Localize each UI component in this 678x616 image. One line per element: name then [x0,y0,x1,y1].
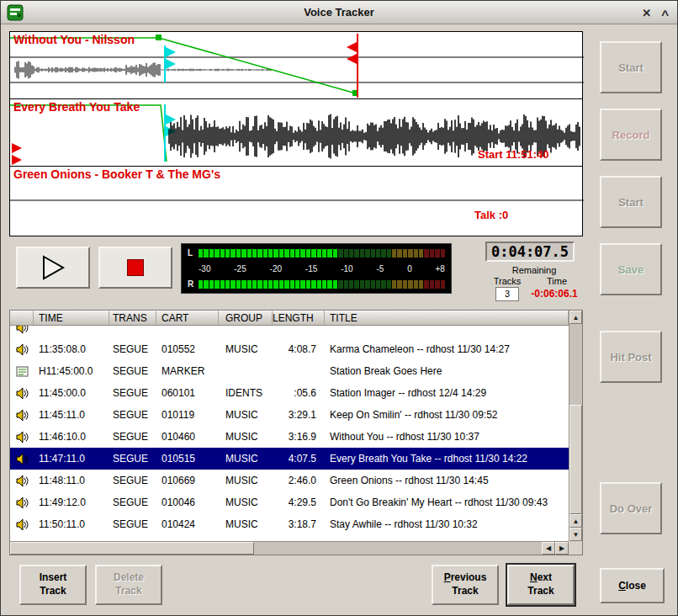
cell-length: 2:46.0 [273,475,325,486]
record-button[interactable]: Record [600,109,662,161]
segue-marker-icon[interactable] [166,47,176,57]
previous-track-button[interactable]: Previous Track [432,565,499,605]
track-pane-1[interactable]: Without You - Nilsson [10,32,582,99]
cell-time: 11:35:08.0 [34,343,109,355]
end-marker-icon[interactable] [347,42,357,52]
cell-time: 11:45:00.0 [34,387,109,399]
cell-group: MUSIC [219,518,273,530]
segue-marker-icon[interactable] [166,59,176,69]
column-header-title[interactable]: TITLE [325,311,569,325]
start-marker-icon[interactable] [12,143,22,153]
speaker-icon [10,497,34,509]
start-marker-icon[interactable] [12,155,22,165]
end-marker-icon[interactable] [347,54,357,64]
cell-title: Every Breath You Take -- rdhost 11/30 14… [325,453,569,465]
speaker-icon [10,343,34,356]
cell-title: Station Imager -- rdhost 12/4 14:29 [325,387,569,399]
cell-group: MUSIC [219,343,273,355]
titlebar: Voice Tracker ✕ ^ [1,1,677,24]
cell-time: 11:45:11.0 [34,409,109,421]
log-row[interactable]: 11:48:11.0SEGUE010669MUSIC2:46.0Green On… [10,470,569,491]
cell-group: MUSIC [219,453,273,465]
track-pane-2[interactable]: Every Breath You Take Start 11:51:40 [10,99,582,167]
cell-cart: 010119 [156,409,219,421]
next-track-button[interactable]: Next Track [507,565,575,605]
horizontal-scrollbar[interactable]: ◀ ▶ [10,541,569,555]
cell-trans: SEGUE [109,518,156,530]
start-button-2[interactable]: Start [600,176,662,228]
column-header-group[interactable]: GROUP [219,311,273,325]
speaker-icon [10,326,34,334]
close-icon[interactable]: ✕ [642,8,651,19]
app-icon [7,4,24,21]
cell-title: Green Onions -- rdhost 11/30 14:45 [325,475,569,486]
log-row[interactable]: 11:35:08.0SEGUE010552MUSIC4:08.7Karma Ch… [10,338,569,360]
cell-cart: 010552 [156,343,219,355]
right-meter-segments [199,280,445,289]
log-row[interactable] [10,326,569,338]
track-pane-3[interactable]: Green Onions - Booker T & The MG's Talk … [10,167,582,234]
close-button[interactable]: Close [600,568,665,603]
cell-trans: SEGUE [109,475,156,486]
scroll-up-button[interactable]: ▲ [569,311,582,324]
cell-trans: SEGUE [109,497,156,508]
horizontal-scroll-thumb[interactable] [10,542,254,555]
cell-cart: 010515 [156,453,219,465]
log-row[interactable]: 11:50:11.0SEGUE010424MUSIC3:18.7Stay Awh… [10,513,569,535]
remaining-time-label: Time [532,276,581,286]
vertical-scrollbar[interactable]: ▲ ▲ ▼ [569,311,582,541]
log-list: TIMETRANSCARTGROUPLENGTHTITLE 11:35:08.0… [9,310,583,555]
scroll-right-button[interactable]: ▶ [555,542,569,555]
remaining-heading: Remaining [485,265,583,275]
cell-group: IDENTS [219,387,273,399]
log-row[interactable]: 11:46:10.0SEGUE010460MUSIC3:16.9Without … [10,426,569,448]
log-row[interactable]: H11:45:00.0SEGUEMARKERStation Break Goes… [10,360,569,382]
hit-post-button[interactable]: Hit Post [600,331,662,383]
start-button-1[interactable]: Start [600,41,662,93]
track3-title: Green Onions - Booker T & The MG's [13,167,220,181]
column-header-cart[interactable]: CART [156,311,219,325]
column-header-trans[interactable]: TRANS [109,311,156,325]
right-channel-label: R [188,279,199,289]
left-channel-label: L [188,248,199,258]
cell-trans: SEGUE [109,387,156,399]
scroll-left-button[interactable]: ◀ [542,542,555,555]
fade-handle[interactable] [156,35,162,40]
speaker-icon [10,431,34,443]
insert-track-button[interactable]: Insert Track [19,565,87,605]
stop-button[interactable] [98,247,172,289]
delete-track-button[interactable]: Delete Track [95,565,162,605]
scroll-up-button[interactable]: ▲ [569,514,582,528]
log-row[interactable]: 11:47:11.0SEGUE010515MUSIC4:07.5Every Br… [10,448,569,470]
left-meter-segments [199,249,445,258]
shade-icon[interactable]: ^ [661,8,669,21]
cell-time: H11:45:00.0 [34,365,109,377]
column-header-length[interactable]: LENGTH [273,311,325,325]
cell-title: Station Break Goes Here [325,365,569,377]
cell-time: 11:50:11.0 [34,518,109,530]
meter-scale: -30-25-20-15-10-50+8 [188,263,445,273]
play-button[interactable] [16,247,90,289]
log-row[interactable]: 11:45:00.0SEGUE060101IDENTS:05.6Station … [10,382,569,404]
marker-icon [10,365,34,378]
speaker-icon [10,453,34,465]
cell-time: 11:47:11.0 [34,453,109,465]
speaker-icon [10,409,34,422]
cell-cart: 010424 [156,518,219,530]
do-over-button[interactable]: Do Over [600,482,662,534]
log-row[interactable]: 11:45:11.0SEGUE010119MUSIC3:29.1Keep On … [10,404,569,426]
speaker-icon [10,518,34,531]
remaining-tracks-label: Tracks [487,276,527,286]
cell-title: Without You -- rdhost 11/30 10:37 [325,431,569,443]
save-button[interactable]: Save [600,243,662,295]
cell-trans: SEGUE [109,343,156,355]
cell-time: 11:48:11.0 [34,475,109,486]
log-row[interactable]: H12:00:00.0SEGUEMARKERLegal ID Goes Here [10,535,569,541]
vertical-scroll-thumb[interactable] [569,405,582,514]
scrollbar-corner [569,541,582,555]
column-header-time[interactable]: TIME [34,311,109,325]
cell-length: 3:29.1 [273,409,325,421]
scroll-down-button[interactable]: ▼ [569,528,582,541]
log-row[interactable]: 11:49:12.0SEGUE010046MUSIC4:29.5Don't Go… [10,491,569,513]
remaining-tracks-value: 3 [495,287,519,301]
